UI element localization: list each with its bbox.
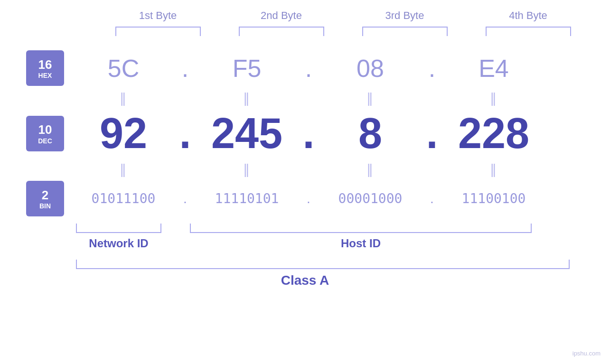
bin-badge-number: 2 xyxy=(42,188,48,203)
dec-badge: 10 DEC xyxy=(26,116,64,151)
bin-dot-1: . xyxy=(171,191,199,206)
eq2-sign-3: ‖ xyxy=(323,161,418,177)
dec-cell-3: 8 xyxy=(323,109,418,158)
hex-cell-1: 5C xyxy=(76,54,171,83)
dec-badge-label: DEC xyxy=(38,138,52,144)
content-area: 16 HEX 10 DEC 2 BIN xyxy=(0,50,610,216)
network-id-label: Network ID xyxy=(76,237,161,250)
bin-dot-2: . xyxy=(294,191,323,206)
byte-header-1: 1st Byte xyxy=(111,9,206,22)
eq-sign-1: ‖ xyxy=(76,90,171,106)
byte-header-2: 2nd Byte xyxy=(234,9,329,22)
bin-cell-2: 11110101 xyxy=(199,191,294,206)
equals-row-2: ‖ ‖ ‖ ‖ xyxy=(76,157,610,181)
dec-dot-3: . xyxy=(418,109,446,158)
bin-cell-3: 00001000 xyxy=(323,191,418,206)
top-brackets-row xyxy=(96,27,590,36)
badges-column: 16 HEX 10 DEC 2 BIN xyxy=(0,50,76,216)
bin-cell-1: 01011100 xyxy=(76,191,171,206)
dec-badge-spacer: 10 DEC xyxy=(26,110,64,157)
bracket-host xyxy=(190,224,532,233)
bottom-brackets xyxy=(76,219,570,233)
bin-value-2: 11110101 xyxy=(215,191,279,206)
dec-value-3: 8 xyxy=(358,109,382,158)
class-section: Class A xyxy=(0,260,610,288)
dec-dot-1: . xyxy=(171,109,199,158)
bracket-top-1 xyxy=(115,27,201,36)
dec-cell-2: 245 xyxy=(199,109,294,158)
dec-badge-number: 10 xyxy=(38,122,52,137)
hex-cell-4: E4 xyxy=(446,54,541,83)
eq-sign-3: ‖ xyxy=(323,90,418,106)
hex-badge-number: 16 xyxy=(38,57,52,72)
dec-row: 92 . 245 . 8 . 228 xyxy=(76,110,610,157)
eq2-sign-4: ‖ xyxy=(446,161,541,177)
labels-row: Network ID Host ID xyxy=(76,237,570,250)
hex-badge: 16 HEX xyxy=(26,50,64,86)
dec-cell-4: 228 xyxy=(446,109,541,158)
dec-dot-2: . xyxy=(294,109,323,158)
bottom-section: Network ID Host ID xyxy=(0,219,610,250)
watermark: ipshu.com xyxy=(572,350,601,357)
bracket-top-3 xyxy=(362,27,448,36)
hex-cell-3: 08 xyxy=(323,54,418,83)
equals-row-1: ‖ ‖ ‖ ‖ xyxy=(76,86,610,110)
eq-sign-2: ‖ xyxy=(199,90,294,106)
class-label: Class A xyxy=(0,273,610,288)
bracket-top-2 xyxy=(239,27,324,36)
hex-value-1: 5C xyxy=(108,54,139,83)
bin-value-1: 01011100 xyxy=(92,191,156,206)
class-bracket xyxy=(76,260,570,269)
dec-value-1: 92 xyxy=(100,109,147,158)
hex-cell-2: F5 xyxy=(199,54,294,83)
dec-value-2: 245 xyxy=(211,109,282,158)
byte-headers: 1st Byte 2nd Byte 3rd Byte 4th Byte xyxy=(96,9,590,22)
hex-dot-1: . xyxy=(171,54,199,83)
hex-badge-label: HEX xyxy=(38,72,52,79)
bin-value-4: 11100100 xyxy=(462,191,526,206)
byte-header-3: 3rd Byte xyxy=(357,9,452,22)
bracket-network xyxy=(76,224,161,233)
values-grid: 5C . F5 . 08 . E4 ‖ ‖ xyxy=(76,50,610,216)
bin-cell-4: 11100100 xyxy=(446,191,541,206)
bin-value-3: 00001000 xyxy=(338,191,403,206)
hex-dot-2: . xyxy=(294,54,323,83)
hex-row: 5C . F5 . 08 . E4 xyxy=(76,50,610,86)
dec-value-4: 228 xyxy=(458,109,529,158)
eq2-sign-2: ‖ xyxy=(199,161,294,177)
eq-sign-4: ‖ xyxy=(446,90,541,106)
hex-value-2: F5 xyxy=(233,54,262,83)
dec-cell-1: 92 xyxy=(76,109,171,158)
bin-badge-spacer: 2 BIN xyxy=(26,181,64,216)
hex-dot-3: . xyxy=(418,54,446,83)
bin-badge-label: BIN xyxy=(39,203,51,209)
host-label-gap xyxy=(161,237,190,250)
eq2-sign-1: ‖ xyxy=(76,161,171,177)
host-id-label: Host ID xyxy=(190,237,532,250)
bracket-top-4 xyxy=(486,27,571,36)
byte-header-4: 4th Byte xyxy=(481,9,576,22)
hex-value-3: 08 xyxy=(357,54,384,83)
bin-dot-3: . xyxy=(418,191,446,206)
bin-row: 01011100 . 11110101 . 00001000 . 1110010… xyxy=(76,181,610,216)
hex-value-4: E4 xyxy=(479,54,509,83)
bin-badge: 2 BIN xyxy=(26,181,64,216)
hex-badge-spacer: 16 HEX xyxy=(26,50,64,86)
main-container: 1st Byte 2nd Byte 3rd Byte 4th Byte 16 H… xyxy=(0,0,610,364)
